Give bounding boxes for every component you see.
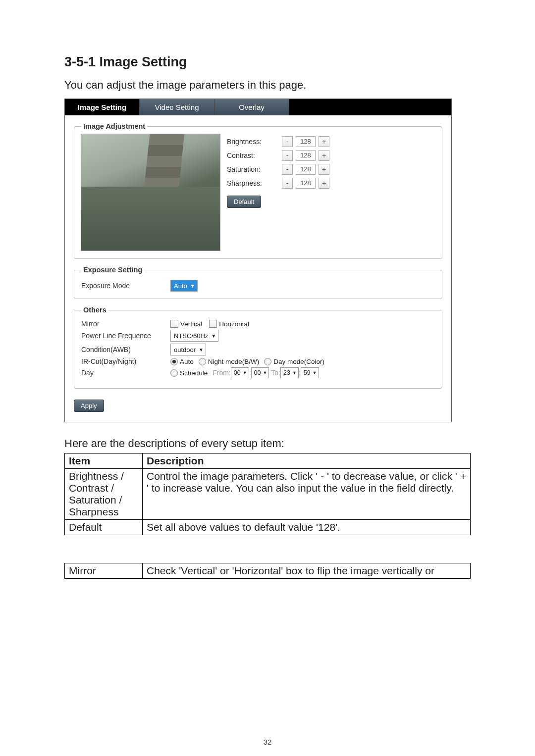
day-label: Day [81,369,170,377]
cell-item: Mirror [65,563,143,579]
contrast-value-input[interactable]: 128 [296,150,316,161]
ircut-label: IR-Cut(Day/Night) [81,357,170,365]
table-header-row: Item Description [65,454,471,469]
contrast-label: Contrast: [227,151,279,159]
ircut-auto-label: Auto [180,358,194,365]
schedule-to-hour-value: 23 [283,369,290,376]
sharpness-label: Sharpness: [227,179,279,187]
saturation-label: Saturation: [227,165,279,173]
mirror-horizontal-checkbox[interactable]: Horizontal [209,320,249,328]
brightness-minus-button[interactable]: - [282,136,293,147]
sharpness-plus-button[interactable]: + [319,178,329,189]
saturation-plus-button[interactable]: + [319,164,329,175]
mirror-label: Mirror [81,320,170,328]
page-title: 3-5-1 Image Setting [64,54,471,70]
intro-paragraph: You can adjust the image parameters in t… [64,79,471,92]
ircut-night-label: Night mode(B/W) [208,358,260,365]
awb-value: outdoor [174,346,196,353]
video-preview [81,134,220,251]
brightness-label: Brightness: [227,138,279,146]
header-description: Description [143,454,471,469]
awb-select[interactable]: outdoor ▼ [170,344,206,355]
image-adjustment-legend: Image Adjustment [81,122,147,130]
power-freq-select[interactable]: NTSC/60Hz ▼ [170,330,218,342]
ircut-auto-radio[interactable]: Auto [170,358,194,365]
default-button[interactable]: Default [227,196,261,208]
mirror-vertical-label: Vertical [180,320,202,328]
chevron-down-icon: ▼ [211,333,216,339]
mirror-horizontal-label: Horizontal [219,320,249,328]
table-row: Brightness / Contrast / Saturation / Sha… [65,469,471,520]
ircut-day-radio[interactable]: Day mode(Color) [264,358,324,365]
ircut-schedule-radio[interactable]: Schedule [170,369,208,377]
cell-description: Set all above values to default value '1… [143,520,471,535]
schedule-to-min-select[interactable]: 59 ▼ [301,367,319,378]
ircut-day-label: Day mode(Color) [273,358,324,365]
schedule-from-label: From: [213,369,231,377]
schedule-from-min-value: 00 [254,369,261,376]
schedule-label: Schedule [180,369,208,377]
chevron-down-icon: ▼ [263,370,267,375]
power-freq-value: NTSC/60Hz [174,332,208,340]
cell-description: Control the image parameters. Click ' - … [143,469,471,520]
schedule-from-min-select[interactable]: 00 ▼ [251,367,269,378]
chevron-down-icon: ▼ [313,370,317,375]
contrast-minus-button[interactable]: - [282,150,293,161]
checkbox-icon [209,320,217,328]
chevron-down-icon: ▼ [243,370,247,375]
sharpness-minus-button[interactable]: - [282,178,293,189]
exposure-mode-select[interactable]: Auto ▼ [170,280,198,292]
tab-image-setting[interactable]: Image Setting [65,99,140,115]
others-group: Others Mirror Vertical Horizontal Power … [74,306,442,389]
table-row: Mirror Check 'Vertical' or 'Horizontal' … [65,563,471,579]
radio-off-icon [199,358,206,365]
image-adjustment-group: Image Adjustment Brightness: - 128 + Con… [74,122,442,259]
cell-item: Default [65,520,143,535]
sharpness-value-input[interactable]: 128 [296,178,316,189]
table-row: Default Set all above values to default … [65,520,471,535]
sharpness-row: Sharpness: - 128 + [227,178,435,189]
schedule-from-hour-select[interactable]: 00 ▼ [231,367,249,378]
settings-panel: Image Setting Video Setting Overlay Imag… [64,99,452,422]
schedule-from-hour-value: 00 [234,369,241,376]
schedule-to-hour-select[interactable]: 23 ▼ [280,367,299,378]
header-item: Item [65,454,143,469]
saturation-row: Saturation: - 128 + [227,164,435,175]
schedule-to-min-value: 59 [304,369,311,376]
brightness-row: Brightness: - 128 + [227,136,435,147]
descriptions-intro: Here are the descriptions of every setup… [64,437,471,450]
checkbox-icon [170,320,178,328]
exposure-setting-group: Exposure Setting Exposure Mode Auto ▼ [74,266,442,299]
exposure-mode-label: Exposure Mode [81,282,170,290]
cell-item: Brightness / Contrast / Saturation / Sha… [65,469,143,520]
brightness-value-input[interactable]: 128 [296,136,316,147]
others-legend: Others [81,306,108,314]
schedule-to-label: To: [271,369,280,377]
saturation-value-input[interactable]: 128 [296,164,316,175]
exposure-mode-value: Auto [174,282,187,290]
ircut-night-radio[interactable]: Night mode(B/W) [199,358,260,365]
page-number: 32 [0,738,535,746]
exposure-setting-legend: Exposure Setting [81,266,144,274]
power-freq-label: Power Line Frequence [81,332,170,340]
cell-description: Check 'Vertical' or 'Horizontal' box to … [143,563,471,579]
brightness-plus-button[interactable]: + [319,136,329,147]
radio-off-icon [264,358,271,365]
tab-video-setting[interactable]: Video Setting [140,99,214,115]
chevron-down-icon: ▼ [292,370,297,375]
radio-off-icon [170,369,178,377]
descriptions-table-continued: Mirror Check 'Vertical' or 'Horizontal' … [64,563,471,579]
awb-label: Condition(AWB) [81,346,170,353]
descriptions-table: Item Description Brightness / Contrast /… [64,453,471,535]
radio-on-icon [170,358,178,365]
chevron-down-icon: ▼ [190,283,195,289]
mirror-vertical-checkbox[interactable]: Vertical [170,320,202,328]
saturation-minus-button[interactable]: - [282,164,293,175]
tab-overlay[interactable]: Overlay [214,99,289,115]
apply-button[interactable]: Apply [74,400,104,412]
contrast-row: Contrast: - 128 + [227,150,435,161]
contrast-plus-button[interactable]: + [319,150,329,161]
chevron-down-icon: ▼ [199,347,204,353]
tab-bar: Image Setting Video Setting Overlay [65,99,451,115]
